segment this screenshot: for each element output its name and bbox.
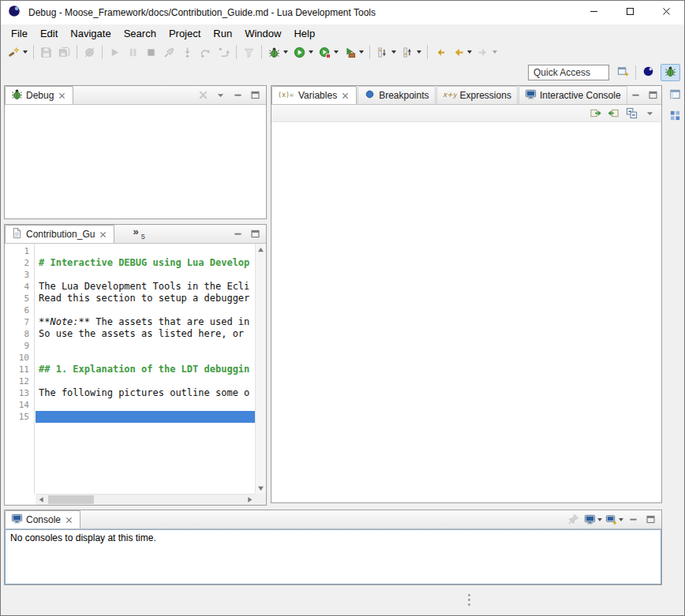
last-edit-location-button[interactable] bbox=[431, 43, 449, 62]
save-all-button[interactable] bbox=[55, 43, 73, 62]
tab-variables[interactable]: (x)= Variables bbox=[271, 86, 357, 104]
tab-expressions[interactable]: x+y Expressions bbox=[436, 86, 518, 104]
editor-line[interactable] bbox=[36, 304, 255, 316]
collapse-all-button[interactable] bbox=[624, 106, 639, 121]
minimize-view-button[interactable] bbox=[628, 88, 643, 103]
editor-line[interactable] bbox=[36, 352, 255, 364]
restore-view-button-2[interactable] bbox=[667, 109, 683, 125]
step-return-button[interactable] bbox=[215, 43, 233, 62]
back-button[interactable] bbox=[449, 43, 474, 62]
editor-line[interactable] bbox=[36, 411, 255, 423]
variables-view-body bbox=[271, 122, 661, 502]
run-button[interactable] bbox=[290, 43, 316, 62]
editor-line[interactable] bbox=[36, 340, 255, 352]
editor-line[interactable]: The Lua Development Tools in the Ecli bbox=[36, 281, 255, 293]
scroll-down-button[interactable] bbox=[256, 483, 266, 494]
editor-line[interactable]: So use the assets as listed here, or bbox=[36, 328, 255, 340]
editor-line[interactable]: Read this section to setup a debugger bbox=[36, 293, 255, 304]
menu-window[interactable]: Window bbox=[238, 26, 287, 41]
attach-debug-button[interactable] bbox=[316, 43, 341, 62]
menu-file[interactable]: File bbox=[5, 26, 34, 41]
minimize-view-button[interactable] bbox=[230, 88, 245, 103]
editor-tab-overflow[interactable]: » 5 bbox=[128, 225, 149, 243]
tab-console[interactable]: Console bbox=[5, 510, 80, 528]
editor-line[interactable]: The following pictures outline some o bbox=[36, 387, 255, 399]
skip-all-breakpoints-button[interactable] bbox=[80, 43, 99, 62]
editor-tab-contribution-guide[interactable]: Contribution_Gu bbox=[5, 225, 114, 243]
minimize-view-button[interactable] bbox=[626, 512, 641, 527]
view-menu-button[interactable] bbox=[642, 106, 657, 121]
pin-console-button[interactable] bbox=[566, 512, 581, 527]
editor-vertical-scrollbar[interactable] bbox=[255, 244, 266, 494]
view-menu-button[interactable] bbox=[213, 88, 228, 103]
minimize-view-button[interactable] bbox=[230, 226, 245, 241]
display-selected-console-button[interactable] bbox=[583, 512, 602, 527]
remove-terminated-button[interactable] bbox=[196, 88, 211, 103]
menu-project[interactable]: Project bbox=[163, 26, 207, 41]
dropdown-arrow-icon bbox=[417, 50, 421, 54]
terminate-button[interactable] bbox=[142, 43, 160, 62]
external-tools-button[interactable] bbox=[341, 43, 366, 62]
editor-line[interactable]: **Note:** The assets that are used in bbox=[36, 316, 255, 328]
menu-help[interactable]: Help bbox=[287, 26, 321, 41]
console-icon bbox=[525, 88, 537, 103]
tab-interactive-console[interactable]: Interactive Console bbox=[518, 86, 627, 104]
tab-breakpoints[interactable]: Breakpoints bbox=[357, 86, 435, 104]
lua-perspective-button[interactable] bbox=[638, 64, 658, 81]
menu-edit[interactable]: Edit bbox=[34, 26, 64, 41]
scroll-up-button[interactable] bbox=[256, 244, 266, 255]
menu-search[interactable]: Search bbox=[118, 26, 163, 41]
disconnect-button[interactable] bbox=[160, 43, 178, 62]
editor-line[interactable] bbox=[36, 269, 255, 281]
editor-line[interactable] bbox=[36, 245, 255, 257]
main-toolbar bbox=[1, 42, 684, 62]
maximize-view-button[interactable] bbox=[643, 512, 658, 527]
debug-button[interactable] bbox=[265, 43, 290, 62]
menu-navigate[interactable]: Navigate bbox=[64, 26, 117, 41]
maximize-view-button[interactable] bbox=[248, 226, 263, 241]
debug-perspective-button[interactable] bbox=[661, 64, 680, 81]
open-perspective-button[interactable] bbox=[613, 64, 633, 81]
scrollbar-track[interactable] bbox=[47, 495, 244, 506]
show-logical-structures-button[interactable] bbox=[606, 106, 621, 121]
close-window-button[interactable] bbox=[648, 1, 684, 24]
trim-drag-handle[interactable] bbox=[468, 594, 470, 596]
scroll-right-button[interactable] bbox=[244, 495, 255, 505]
maximize-window-button[interactable] bbox=[612, 1, 648, 24]
editor-text[interactable]: # Interactive DEBUG using Lua Develop Th… bbox=[36, 244, 255, 494]
editor-horizontal-scrollbar[interactable] bbox=[36, 494, 255, 505]
titlebar[interactable]: Debug - Moose_Framework/docs/Contributio… bbox=[1, 1, 684, 24]
close-icon[interactable] bbox=[98, 230, 108, 240]
close-icon[interactable] bbox=[57, 91, 67, 101]
suspend-button[interactable] bbox=[124, 43, 142, 62]
tab-debug[interactable]: Debug bbox=[5, 86, 73, 104]
open-console-button[interactable] bbox=[605, 512, 623, 527]
editor-line[interactable] bbox=[36, 375, 255, 387]
maximize-view-button[interactable] bbox=[646, 88, 661, 103]
maximize-view-button[interactable] bbox=[248, 88, 263, 103]
save-button[interactable] bbox=[37, 43, 55, 62]
editor-line[interactable]: # Interactive DEBUG using Lua Develop bbox=[36, 257, 255, 269]
close-icon[interactable] bbox=[340, 91, 350, 101]
step-over-button[interactable] bbox=[197, 43, 215, 62]
next-annotation-button[interactable] bbox=[373, 43, 399, 62]
resume-button[interactable] bbox=[106, 43, 124, 62]
show-type-names-button[interactable] bbox=[588, 106, 603, 121]
menu-run[interactable]: Run bbox=[207, 26, 238, 41]
new-button[interactable] bbox=[5, 43, 30, 62]
expressions-icon: x+y bbox=[443, 88, 457, 103]
forward-button[interactable] bbox=[474, 43, 500, 62]
restore-view-button-1[interactable] bbox=[667, 88, 683, 104]
scrollbar-thumb[interactable] bbox=[48, 495, 94, 504]
editor-line[interactable] bbox=[36, 399, 255, 411]
scroll-left-button[interactable] bbox=[36, 495, 47, 505]
minimize-window-button[interactable] bbox=[575, 1, 612, 24]
editor-body[interactable]: 1 2 3 4 5 6 7 8 9 10 bbox=[5, 244, 266, 505]
quick-access-input[interactable]: Quick Access bbox=[528, 65, 609, 80]
previous-annotation-button[interactable] bbox=[399, 43, 424, 62]
use-step-filters-button[interactable] bbox=[240, 43, 258, 62]
new-icon bbox=[7, 46, 21, 59]
editor-line[interactable]: ## 1. Explanation of the LDT debuggin bbox=[36, 364, 255, 375]
close-icon[interactable] bbox=[64, 515, 74, 525]
step-into-button[interactable] bbox=[178, 43, 197, 62]
